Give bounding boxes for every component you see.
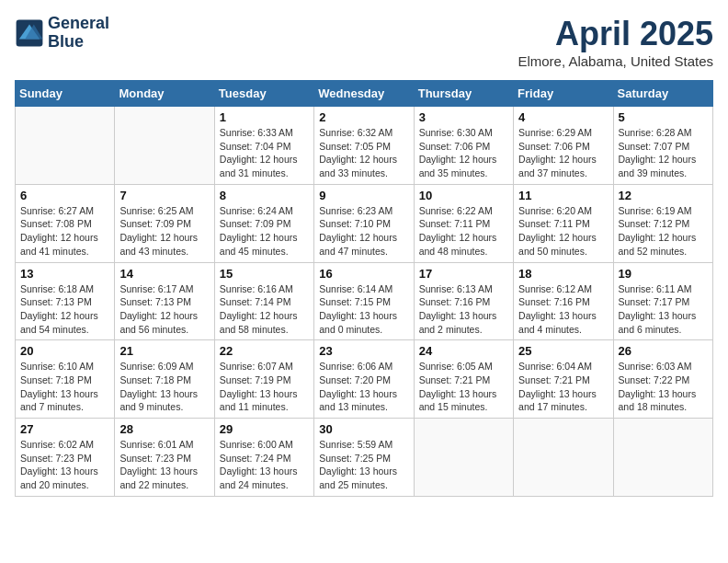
day-number: 17 (419, 267, 508, 281)
calendar-cell: 29Sunrise: 6:00 AM Sunset: 7:24 PM Dayli… (214, 419, 313, 497)
day-number: 28 (119, 422, 209, 436)
day-number: 8 (220, 189, 309, 202)
day-info: Sunrise: 6:17 AM Sunset: 7:13 PM Dayligh… (119, 282, 209, 337)
day-info: Sunrise: 5:59 AM Sunset: 7:25 PM Dayligh… (319, 438, 408, 492)
calendar-cell: 18Sunrise: 6:12 AM Sunset: 7:16 PM Dayli… (514, 262, 613, 340)
day-number: 23 (319, 344, 408, 358)
day-info: Sunrise: 6:13 AM Sunset: 7:16 PM Dayligh… (419, 282, 508, 337)
calendar-cell: 1Sunrise: 6:33 AM Sunset: 7:04 PM Daylig… (214, 107, 313, 185)
weekday-header: Thursday (414, 81, 513, 107)
day-number: 11 (518, 189, 608, 202)
logo: General Blue (15, 15, 109, 52)
weekday-header: Tuesday (214, 81, 313, 107)
calendar-cell: 25Sunrise: 6:04 AM Sunset: 7:21 PM Dayli… (514, 340, 613, 419)
day-number: 19 (619, 267, 708, 281)
day-info: Sunrise: 6:10 AM Sunset: 7:18 PM Dayligh… (20, 360, 109, 414)
calendar-week-row: 6Sunrise: 6:27 AM Sunset: 7:08 PM Daylig… (16, 184, 713, 262)
day-info: Sunrise: 6:20 AM Sunset: 7:11 PM Dayligh… (518, 204, 608, 259)
day-info: Sunrise: 6:12 AM Sunset: 7:16 PM Dayligh… (518, 282, 608, 337)
day-number: 15 (220, 267, 309, 281)
page-header: General Blue April 2025 Elmore, Alabama,… (15, 15, 713, 69)
calendar-cell: 7Sunrise: 6:25 AM Sunset: 7:09 PM Daylig… (115, 184, 214, 262)
day-number: 1 (220, 110, 309, 124)
day-number: 4 (518, 110, 608, 124)
calendar-cell: 9Sunrise: 6:23 AM Sunset: 7:10 PM Daylig… (314, 184, 414, 262)
day-info: Sunrise: 6:22 AM Sunset: 7:11 PM Dayligh… (419, 204, 508, 259)
calendar-cell: 13Sunrise: 6:18 AM Sunset: 7:13 PM Dayli… (16, 262, 115, 340)
weekday-header-row: SundayMondayTuesdayWednesdayThursdayFrid… (16, 81, 713, 107)
day-number: 2 (319, 110, 408, 124)
calendar-cell (514, 419, 613, 497)
title-area: April 2025 Elmore, Alabama, United State… (518, 15, 713, 69)
logo-icon (15, 18, 44, 48)
weekday-header: Sunday (16, 81, 115, 107)
calendar-cell (16, 107, 115, 185)
day-number: 14 (119, 267, 209, 281)
weekday-header: Monday (115, 81, 214, 107)
calendar-cell: 11Sunrise: 6:20 AM Sunset: 7:11 PM Dayli… (514, 184, 613, 262)
calendar-cell: 27Sunrise: 6:02 AM Sunset: 7:23 PM Dayli… (16, 419, 115, 497)
calendar-cell (414, 419, 513, 497)
calendar-week-row: 1Sunrise: 6:33 AM Sunset: 7:04 PM Daylig… (16, 107, 713, 185)
day-number: 5 (619, 110, 708, 124)
calendar-cell: 22Sunrise: 6:07 AM Sunset: 7:19 PM Dayli… (214, 340, 313, 419)
day-info: Sunrise: 6:03 AM Sunset: 7:22 PM Dayligh… (619, 360, 708, 414)
calendar-cell: 4Sunrise: 6:29 AM Sunset: 7:06 PM Daylig… (514, 107, 613, 185)
calendar-cell: 24Sunrise: 6:05 AM Sunset: 7:21 PM Dayli… (414, 340, 513, 419)
calendar-cell: 19Sunrise: 6:11 AM Sunset: 7:17 PM Dayli… (613, 262, 712, 340)
day-info: Sunrise: 6:02 AM Sunset: 7:23 PM Dayligh… (20, 438, 109, 492)
location: Elmore, Alabama, United States (518, 53, 713, 69)
day-number: 9 (319, 189, 408, 202)
calendar-week-row: 20Sunrise: 6:10 AM Sunset: 7:18 PM Dayli… (16, 340, 713, 419)
day-number: 20 (20, 344, 109, 358)
calendar-week-row: 13Sunrise: 6:18 AM Sunset: 7:13 PM Dayli… (16, 262, 713, 340)
day-number: 7 (119, 189, 209, 202)
calendar-cell: 8Sunrise: 6:24 AM Sunset: 7:09 PM Daylig… (214, 184, 313, 262)
calendar-cell: 30Sunrise: 5:59 AM Sunset: 7:25 PM Dayli… (314, 419, 414, 497)
month-title: April 2025 (518, 15, 713, 53)
calendar-cell: 28Sunrise: 6:01 AM Sunset: 7:23 PM Dayli… (115, 419, 214, 497)
day-info: Sunrise: 6:07 AM Sunset: 7:19 PM Dayligh… (220, 360, 309, 414)
calendar-cell: 15Sunrise: 6:16 AM Sunset: 7:14 PM Dayli… (214, 262, 313, 340)
day-info: Sunrise: 6:00 AM Sunset: 7:24 PM Dayligh… (220, 438, 309, 492)
weekday-header: Wednesday (314, 81, 414, 107)
day-number: 27 (20, 422, 109, 436)
calendar-cell: 12Sunrise: 6:19 AM Sunset: 7:12 PM Dayli… (613, 184, 712, 262)
calendar-cell: 14Sunrise: 6:17 AM Sunset: 7:13 PM Dayli… (115, 262, 214, 340)
calendar-cell: 2Sunrise: 6:32 AM Sunset: 7:05 PM Daylig… (314, 107, 414, 185)
calendar-cell: 5Sunrise: 6:28 AM Sunset: 7:07 PM Daylig… (613, 107, 712, 185)
day-info: Sunrise: 6:27 AM Sunset: 7:08 PM Dayligh… (20, 204, 109, 259)
day-number: 24 (419, 344, 508, 358)
day-info: Sunrise: 6:23 AM Sunset: 7:10 PM Dayligh… (319, 204, 408, 259)
day-info: Sunrise: 6:28 AM Sunset: 7:07 PM Dayligh… (619, 126, 708, 180)
weekday-header: Friday (514, 81, 613, 107)
day-info: Sunrise: 6:05 AM Sunset: 7:21 PM Dayligh… (419, 360, 508, 414)
day-number: 10 (419, 189, 508, 202)
day-info: Sunrise: 6:33 AM Sunset: 7:04 PM Dayligh… (220, 126, 309, 180)
day-number: 18 (518, 267, 608, 281)
day-info: Sunrise: 6:32 AM Sunset: 7:05 PM Dayligh… (319, 126, 408, 180)
calendar-cell: 10Sunrise: 6:22 AM Sunset: 7:11 PM Dayli… (414, 184, 513, 262)
calendar-cell: 23Sunrise: 6:06 AM Sunset: 7:20 PM Dayli… (314, 340, 414, 419)
day-number: 21 (119, 344, 209, 358)
day-info: Sunrise: 6:24 AM Sunset: 7:09 PM Dayligh… (220, 204, 309, 259)
day-info: Sunrise: 6:11 AM Sunset: 7:17 PM Dayligh… (619, 282, 708, 337)
day-number: 30 (319, 422, 408, 436)
day-number: 6 (20, 189, 109, 202)
day-info: Sunrise: 6:16 AM Sunset: 7:14 PM Dayligh… (220, 282, 309, 337)
day-info: Sunrise: 6:25 AM Sunset: 7:09 PM Dayligh… (119, 204, 209, 259)
calendar-cell: 6Sunrise: 6:27 AM Sunset: 7:08 PM Daylig… (16, 184, 115, 262)
day-info: Sunrise: 6:30 AM Sunset: 7:06 PM Dayligh… (419, 126, 508, 180)
calendar-cell: 21Sunrise: 6:09 AM Sunset: 7:18 PM Dayli… (115, 340, 214, 419)
day-number: 13 (20, 267, 109, 281)
calendar-cell (115, 107, 214, 185)
day-number: 22 (220, 344, 309, 358)
calendar-week-row: 27Sunrise: 6:02 AM Sunset: 7:23 PM Dayli… (16, 419, 713, 497)
calendar-cell: 17Sunrise: 6:13 AM Sunset: 7:16 PM Dayli… (414, 262, 513, 340)
calendar-cell: 20Sunrise: 6:10 AM Sunset: 7:18 PM Dayli… (16, 340, 115, 419)
day-info: Sunrise: 6:09 AM Sunset: 7:18 PM Dayligh… (119, 360, 209, 414)
day-info: Sunrise: 6:29 AM Sunset: 7:06 PM Dayligh… (518, 126, 608, 180)
day-info: Sunrise: 6:06 AM Sunset: 7:20 PM Dayligh… (319, 360, 408, 414)
calendar: SundayMondayTuesdayWednesdayThursdayFrid… (15, 80, 713, 497)
day-number: 12 (619, 189, 708, 202)
